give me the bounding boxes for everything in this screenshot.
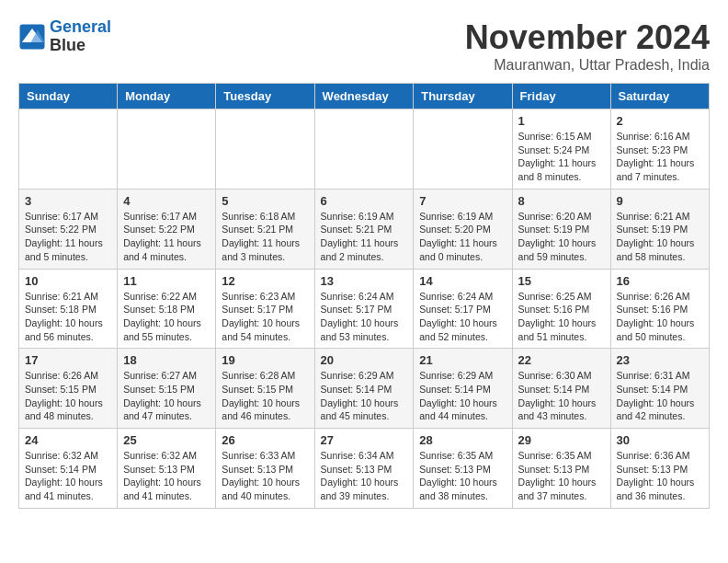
day-number: 14 [419,274,506,288]
calendar-cell: 28Sunrise: 6:35 AM Sunset: 5:13 PM Dayli… [414,429,512,509]
calendar-cell: 15Sunrise: 6:25 AM Sunset: 5:16 PM Dayli… [512,269,610,349]
calendar-cell [414,109,512,190]
page-header: General Blue November 2024 Mauranwan, Ut… [18,18,710,74]
day-number: 7 [419,194,506,208]
day-info: Sunrise: 6:21 AM Sunset: 5:18 PM Dayligh… [25,290,111,344]
weekday-header-saturday: Saturday [610,84,709,109]
logo-general: General [50,17,111,36]
day-info: Sunrise: 6:35 AM Sunset: 5:13 PM Dayligh… [518,449,605,503]
calendar-cell: 1Sunrise: 6:15 AM Sunset: 5:24 PM Daylig… [512,109,610,190]
day-number: 20 [321,353,408,367]
day-info: Sunrise: 6:22 AM Sunset: 5:18 PM Dayligh… [123,290,210,344]
day-info: Sunrise: 6:32 AM Sunset: 5:14 PM Dayligh… [25,449,111,503]
weekday-header-monday: Monday [118,84,216,109]
day-number: 11 [123,274,210,288]
day-number: 19 [222,353,308,367]
week-row-4: 17Sunrise: 6:26 AM Sunset: 5:15 PM Dayli… [19,349,710,429]
calendar-cell: 9Sunrise: 6:21 AM Sunset: 5:19 PM Daylig… [610,189,709,269]
day-number: 26 [222,433,308,447]
calendar-cell [19,109,118,190]
day-number: 8 [518,194,605,208]
day-number: 29 [518,433,605,447]
day-number: 2 [617,114,703,128]
day-info: Sunrise: 6:17 AM Sunset: 5:22 PM Dayligh… [25,210,111,264]
calendar-cell: 30Sunrise: 6:36 AM Sunset: 5:13 PM Dayli… [610,429,709,509]
day-info: Sunrise: 6:19 AM Sunset: 5:20 PM Dayligh… [419,210,506,264]
calendar-cell: 14Sunrise: 6:24 AM Sunset: 5:17 PM Dayli… [414,269,512,349]
weekday-header-wednesday: Wednesday [314,84,414,109]
day-number: 22 [518,353,605,367]
day-info: Sunrise: 6:18 AM Sunset: 5:21 PM Dayligh… [222,210,308,264]
day-info: Sunrise: 6:26 AM Sunset: 5:16 PM Dayligh… [617,290,703,344]
logo-blue: Blue [50,36,85,54]
title-block: November 2024 Mauranwan, Uttar Pradesh, … [465,18,710,74]
day-info: Sunrise: 6:36 AM Sunset: 5:13 PM Dayligh… [617,449,703,503]
day-number: 4 [123,194,210,208]
calendar-cell: 8Sunrise: 6:20 AM Sunset: 5:19 PM Daylig… [512,189,610,269]
month-title: November 2024 [465,18,710,57]
calendar-cell: 21Sunrise: 6:29 AM Sunset: 5:14 PM Dayli… [414,349,512,429]
day-info: Sunrise: 6:33 AM Sunset: 5:13 PM Dayligh… [222,449,308,503]
day-number: 28 [419,433,506,447]
calendar-cell: 20Sunrise: 6:29 AM Sunset: 5:14 PM Dayli… [314,349,414,429]
weekday-header-friday: Friday [512,84,610,109]
logo: General Blue [18,18,111,55]
day-info: Sunrise: 6:24 AM Sunset: 5:17 PM Dayligh… [321,290,408,344]
day-info: Sunrise: 6:29 AM Sunset: 5:14 PM Dayligh… [419,369,506,423]
day-info: Sunrise: 6:32 AM Sunset: 5:13 PM Dayligh… [123,449,210,503]
calendar-cell: 7Sunrise: 6:19 AM Sunset: 5:20 PM Daylig… [414,189,512,269]
calendar-cell: 2Sunrise: 6:16 AM Sunset: 5:23 PM Daylig… [610,109,709,190]
day-number: 18 [123,353,210,367]
calendar-cell [118,109,216,190]
day-info: Sunrise: 6:34 AM Sunset: 5:13 PM Dayligh… [321,449,408,503]
weekday-header-tuesday: Tuesday [216,84,314,109]
weekday-header-row: SundayMondayTuesdayWednesdayThursdayFrid… [19,84,710,109]
calendar-cell: 17Sunrise: 6:26 AM Sunset: 5:15 PM Dayli… [19,349,118,429]
calendar-cell: 27Sunrise: 6:34 AM Sunset: 5:13 PM Dayli… [314,429,414,509]
calendar-cell: 6Sunrise: 6:19 AM Sunset: 5:21 PM Daylig… [314,189,414,269]
calendar-cell: 16Sunrise: 6:26 AM Sunset: 5:16 PM Dayli… [610,269,709,349]
day-info: Sunrise: 6:21 AM Sunset: 5:19 PM Dayligh… [617,210,703,264]
day-number: 16 [617,274,703,288]
location: Mauranwan, Uttar Pradesh, India [465,57,710,74]
weekday-header-sunday: Sunday [19,84,118,109]
day-number: 27 [321,433,408,447]
calendar-cell: 23Sunrise: 6:31 AM Sunset: 5:14 PM Dayli… [610,349,709,429]
calendar-cell: 4Sunrise: 6:17 AM Sunset: 5:22 PM Daylig… [118,189,216,269]
calendar-cell: 12Sunrise: 6:23 AM Sunset: 5:17 PM Dayli… [216,269,314,349]
calendar-cell: 26Sunrise: 6:33 AM Sunset: 5:13 PM Dayli… [216,429,314,509]
day-info: Sunrise: 6:17 AM Sunset: 5:22 PM Dayligh… [123,210,210,264]
day-number: 6 [321,194,408,208]
day-info: Sunrise: 6:24 AM Sunset: 5:17 PM Dayligh… [419,290,506,344]
week-row-1: 1Sunrise: 6:15 AM Sunset: 5:24 PM Daylig… [19,109,710,190]
calendar-cell: 25Sunrise: 6:32 AM Sunset: 5:13 PM Dayli… [118,429,216,509]
day-number: 23 [617,353,703,367]
day-info: Sunrise: 6:19 AM Sunset: 5:21 PM Dayligh… [321,210,408,264]
calendar-cell [216,109,314,190]
calendar-cell: 19Sunrise: 6:28 AM Sunset: 5:15 PM Dayli… [216,349,314,429]
calendar-cell: 22Sunrise: 6:30 AM Sunset: 5:14 PM Dayli… [512,349,610,429]
calendar-cell [314,109,414,190]
day-number: 1 [518,114,605,128]
day-number: 15 [518,274,605,288]
day-number: 24 [25,433,111,447]
calendar-table: SundayMondayTuesdayWednesdayThursdayFrid… [18,83,710,509]
day-number: 10 [25,274,111,288]
weekday-header-thursday: Thursday [414,84,512,109]
calendar-cell: 3Sunrise: 6:17 AM Sunset: 5:22 PM Daylig… [19,189,118,269]
day-info: Sunrise: 6:15 AM Sunset: 5:24 PM Dayligh… [518,130,605,184]
day-number: 12 [222,274,308,288]
day-info: Sunrise: 6:28 AM Sunset: 5:15 PM Dayligh… [222,369,308,423]
day-number: 3 [25,194,111,208]
day-number: 17 [25,353,111,367]
calendar-cell: 29Sunrise: 6:35 AM Sunset: 5:13 PM Dayli… [512,429,610,509]
day-number: 5 [222,194,308,208]
day-info: Sunrise: 6:23 AM Sunset: 5:17 PM Dayligh… [222,290,308,344]
day-info: Sunrise: 6:26 AM Sunset: 5:15 PM Dayligh… [25,369,111,423]
day-info: Sunrise: 6:31 AM Sunset: 5:14 PM Dayligh… [617,369,703,423]
day-info: Sunrise: 6:16 AM Sunset: 5:23 PM Dayligh… [617,130,703,184]
week-row-5: 24Sunrise: 6:32 AM Sunset: 5:14 PM Dayli… [19,429,710,509]
week-row-3: 10Sunrise: 6:21 AM Sunset: 5:18 PM Dayli… [19,269,710,349]
day-number: 9 [617,194,703,208]
week-row-2: 3Sunrise: 6:17 AM Sunset: 5:22 PM Daylig… [19,189,710,269]
